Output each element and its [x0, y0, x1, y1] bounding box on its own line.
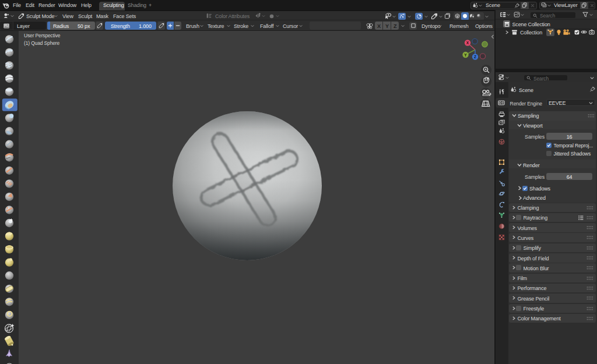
svg-text:Y: Y	[464, 53, 467, 57]
svg-text:X: X	[466, 41, 469, 45]
svg-text:Z: Z	[474, 55, 476, 59]
